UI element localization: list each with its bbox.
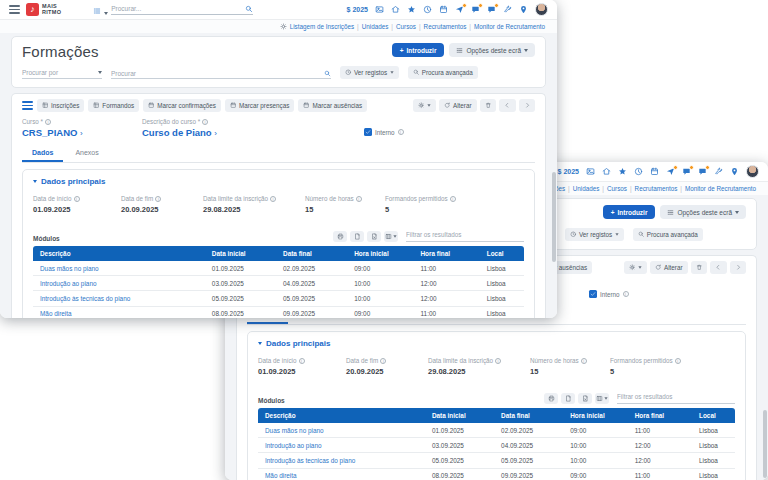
screen-options-button[interactable]: Opções deste ecrã (660, 205, 746, 219)
module-link[interactable]: Introdução às tecnicas do piano (33, 291, 205, 305)
advanced-search-button[interactable]: Procura avançada (633, 228, 703, 241)
module-link[interactable]: Mão direita (33, 307, 205, 318)
internal-checkbox[interactable] (589, 290, 597, 298)
screen-options-button[interactable]: Opções deste ecrã (449, 43, 535, 57)
breadcrumb-link-recrutamentos[interactable]: Recrutamentos (635, 185, 678, 192)
course-desc-link[interactable]: Curso de Piano › (142, 127, 364, 138)
previous-record-button[interactable] (499, 99, 516, 112)
module-link[interactable]: Introdução às tecnicas do piano (258, 453, 425, 467)
image-icon[interactable] (375, 5, 384, 14)
tab-anexos[interactable]: Anexos (65, 146, 108, 162)
chevron-left-icon (504, 102, 511, 109)
scrollbar-thumb[interactable] (763, 410, 767, 478)
breadcrumb-link-cursos[interactable]: Cursos (396, 23, 416, 30)
export-file-icon[interactable] (350, 231, 364, 242)
export-file-2-icon[interactable] (578, 393, 592, 404)
record-search-input[interactable] (111, 70, 324, 77)
chevron-down-icon[interactable] (104, 12, 108, 15)
menu-icon[interactable] (9, 5, 20, 14)
alter-button[interactable]: Alterar (650, 261, 688, 274)
settings-dropdown-button[interactable] (413, 99, 436, 112)
app-logo[interactable]: ♪ MAISRITMO (26, 3, 61, 16)
wrench-icon[interactable] (714, 167, 723, 176)
filter-results-input[interactable] (617, 393, 735, 401)
avatar[interactable] (746, 165, 759, 178)
cell-hora-inicial: 10:00 (347, 291, 413, 305)
module-link[interactable]: Introdução ao piano (258, 438, 425, 452)
module-link[interactable]: Introdução ao piano (33, 276, 205, 290)
clock-icon[interactable] (634, 167, 643, 176)
course-link[interactable]: CRS_PIANO › (22, 127, 142, 138)
calendar-icon[interactable] (650, 167, 659, 176)
columns-icon[interactable] (384, 231, 398, 242)
avatar[interactable] (535, 3, 548, 16)
info-icon (450, 196, 456, 202)
send-icon[interactable] (666, 167, 675, 176)
introduce-button[interactable]: + Introduzir (603, 205, 656, 219)
breadcrumb-link-monitor[interactable]: Monitor de Recrutamento (685, 185, 756, 192)
delete-button[interactable] (480, 99, 497, 112)
star-icon[interactable] (618, 167, 627, 176)
clock-icon[interactable] (423, 5, 432, 14)
breadcrumb-link-listagem[interactable]: Listagem de Inscrições (290, 23, 354, 30)
section-toggle[interactable]: Dados principais (33, 177, 524, 186)
inscricoes-button[interactable]: Inscrições (37, 99, 84, 112)
chat-icon[interactable] (682, 167, 691, 176)
breadcrumb-link-unidades[interactable]: Unidades (362, 23, 389, 30)
chats-icon[interactable] (698, 167, 707, 176)
module-link[interactable]: Duas mãos no piano (258, 423, 425, 437)
breadcrumb-link-monitor[interactable]: Monitor de Recrutamento (474, 23, 545, 30)
calendar-icon[interactable] (439, 5, 448, 14)
print-icon[interactable] (544, 393, 558, 404)
view-records-button[interactable]: Ver registos (565, 228, 624, 241)
print-icon[interactable] (333, 231, 347, 242)
gear-icon[interactable] (280, 23, 287, 30)
module-link[interactable]: Mão direita (258, 469, 425, 480)
search-icon[interactable] (245, 5, 253, 13)
internal-checkbox[interactable] (364, 128, 372, 136)
next-record-button[interactable] (730, 261, 747, 274)
search-icon[interactable] (324, 70, 331, 77)
view-records-button[interactable]: Ver registos (340, 66, 399, 79)
year-selector[interactable]: $2025 (558, 168, 579, 175)
global-search-input[interactable] (111, 5, 245, 12)
chats-icon[interactable] (487, 5, 496, 14)
home-icon[interactable] (602, 167, 611, 176)
breadcrumb-link-unidades[interactable]: Unidades (573, 185, 600, 192)
section-toggle[interactable]: Dados principais (258, 339, 735, 348)
pin-icon[interactable] (730, 167, 739, 176)
columns-icon[interactable] (595, 393, 609, 404)
chevron-down-icon (390, 71, 393, 73)
record-menu-icon[interactable] (22, 101, 33, 110)
send-icon[interactable] (455, 5, 464, 14)
previous-record-button[interactable] (710, 261, 727, 274)
alter-button[interactable]: Alterar (439, 99, 477, 112)
export-file-icon[interactable] (561, 393, 575, 404)
star-icon[interactable] (407, 5, 416, 14)
chat-icon[interactable] (471, 5, 480, 14)
list-icon[interactable] (93, 7, 101, 15)
image-icon[interactable] (586, 167, 595, 176)
module-link[interactable]: Duas mãos no piano (33, 261, 205, 275)
breadcrumb-link-recrutamentos[interactable]: Recrutamentos (424, 23, 467, 30)
introduce-button[interactable]: + Introduzir (392, 43, 445, 57)
filter-results-input[interactable] (406, 231, 524, 239)
info-icon (623, 291, 629, 297)
wrench-icon[interactable] (503, 5, 512, 14)
next-record-button[interactable] (519, 99, 536, 112)
marcar-ausencias-button[interactable]: Marcar ausências (298, 99, 367, 112)
pin-icon[interactable] (519, 5, 528, 14)
delete-button[interactable] (691, 261, 708, 274)
tab-dados[interactable]: Dados (22, 146, 63, 162)
export-file-2-icon[interactable] (367, 231, 381, 242)
marcar-confirmacoes-button[interactable]: Marcar confirmações (143, 99, 221, 112)
home-icon[interactable] (391, 5, 400, 14)
search-by-select[interactable]: Procurar por (22, 69, 102, 79)
year-selector[interactable]: $2025 (347, 6, 368, 13)
settings-dropdown-button[interactable] (624, 261, 647, 274)
breadcrumb-link-cursos[interactable]: Cursos (607, 185, 627, 192)
scrollbar-thumb[interactable] (552, 172, 556, 262)
advanced-search-button[interactable]: Procura avançada (408, 66, 478, 79)
marcar-presencas-button[interactable]: Marcar presenças (225, 99, 294, 112)
formandos-button[interactable]: Formandos (88, 99, 139, 112)
